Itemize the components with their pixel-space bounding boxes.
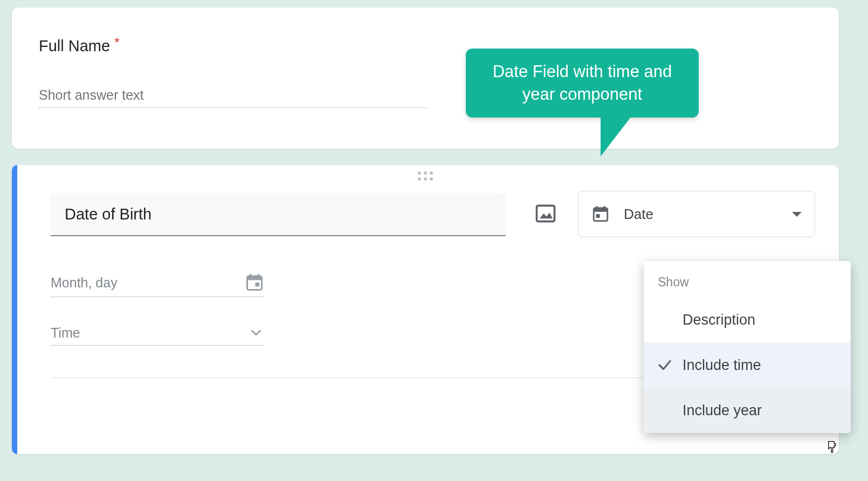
annotation-text: Date Field with time and year component [493, 62, 672, 104]
date-field-placeholder: Month, day [51, 275, 118, 291]
add-image-button[interactable] [534, 202, 557, 225]
question-options-menu: Show Description Include time Include ye… [644, 261, 851, 433]
image-icon [534, 202, 557, 225]
menu-item-include-time[interactable]: Include time [644, 342, 851, 388]
question-card-fullname: Full Name * [12, 8, 839, 149]
menu-item-description[interactable]: Description [644, 297, 851, 342]
svg-rect-5 [596, 206, 598, 209]
svg-rect-0 [537, 205, 555, 221]
svg-rect-3 [594, 208, 608, 212]
calendar-icon [245, 273, 264, 292]
time-field-placeholder: Time [51, 325, 80, 341]
svg-marker-1 [540, 212, 553, 218]
svg-rect-11 [258, 274, 259, 277]
chevron-down-icon [248, 325, 264, 341]
question-type-select[interactable]: Date [578, 191, 815, 237]
drag-handle-icon[interactable] [418, 171, 433, 181]
svg-rect-8 [247, 276, 262, 280]
menu-item-label: Include year [683, 402, 762, 419]
selected-accent-bar [12, 165, 17, 454]
short-answer-input[interactable] [39, 87, 427, 108]
svg-rect-9 [256, 283, 260, 287]
calendar-icon [591, 205, 610, 223]
dropdown-caret-icon [792, 212, 802, 217]
menu-section-header: Show [644, 272, 851, 297]
question-title-text: Full Name [39, 37, 110, 55]
menu-item-include-year[interactable]: Include year [644, 388, 851, 433]
svg-rect-4 [596, 214, 600, 218]
annotation-callout: Date Field with time and year component [466, 49, 699, 118]
question-title-input[interactable] [51, 193, 506, 236]
check-icon [657, 357, 683, 373]
required-asterisk: * [114, 36, 119, 49]
menu-item-label: Description [683, 312, 755, 328]
date-field-preview: Month, day [51, 273, 264, 297]
svg-rect-10 [250, 274, 251, 277]
svg-rect-6 [603, 206, 605, 209]
question-type-label: Date [624, 206, 792, 223]
menu-item-label: Include time [683, 357, 761, 374]
time-field-preview: Time [51, 325, 264, 346]
